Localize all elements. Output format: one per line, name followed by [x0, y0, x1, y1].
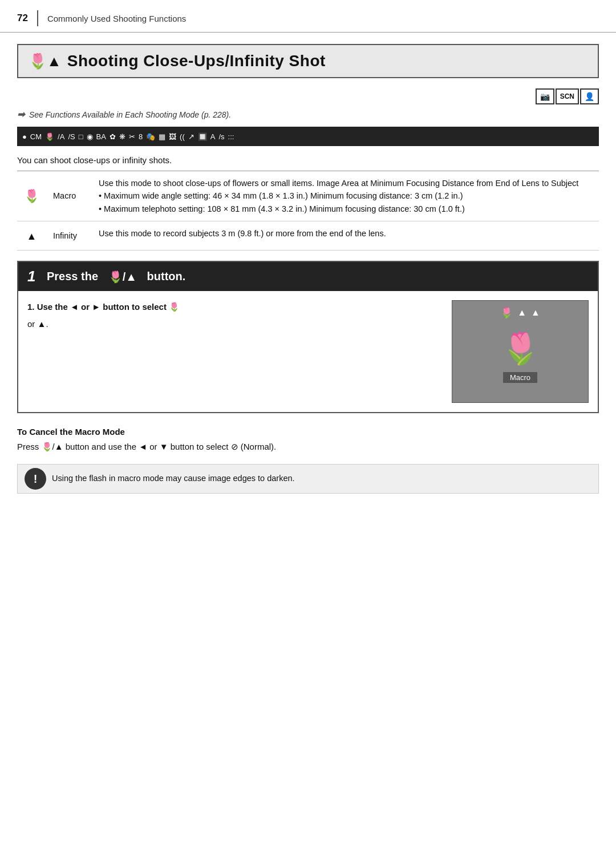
screenshot-large-macro-icon: 🌷	[501, 330, 540, 366]
strip-icon-2: CM	[30, 132, 42, 141]
cancel-arrow-left: ◄	[139, 442, 149, 451]
mode-icon-portrait: 👤	[580, 88, 599, 104]
step-title-prefix: Press the	[47, 270, 98, 283]
header: 72 Commonly Used Shooting Functions	[0, 0, 616, 33]
step-1-title: Press the 🌷/▲ button.	[47, 270, 185, 284]
macro-label-cell: Macro	[46, 171, 92, 221]
strip-icon-3: 🌷	[45, 132, 54, 141]
strip-icon-14: ▦	[159, 132, 165, 141]
table-row-macro: 🌷 Macro Use this mode to shoot close-ups…	[17, 171, 599, 221]
cancel-title: To Cancel the Macro Mode	[17, 427, 599, 437]
step-title-button-sym: 🌷/▲	[108, 270, 137, 284]
or-line: or ▲.	[27, 317, 440, 331]
arrow-note: ➡ See Functions Available in Each Shooti…	[17, 109, 599, 120]
arrow-left-icon: ◄	[70, 302, 81, 312]
arrow-note-icon: ➡	[17, 109, 25, 120]
button-to-select-text: button to select	[103, 302, 167, 312]
mode-icons-row: 📷 SCN 👤	[17, 88, 599, 104]
cancel-middle: button and use the	[66, 442, 136, 451]
infinity-select-icon: ▲	[38, 319, 46, 329]
screenshot-macro-label: Macro	[503, 372, 537, 383]
strip-icon-18: 🔲	[198, 132, 207, 141]
or-text-1: or	[81, 302, 90, 312]
section-title: Shooting Close-Ups/Infinity Shot	[67, 52, 326, 70]
screenshot-icon-macro: 🌷	[500, 306, 513, 319]
warning-icon: !	[25, 468, 46, 490]
cancel-button-sym: 🌷/▲	[42, 442, 66, 451]
arrow-note-text: See Functions Available in Each Shooting…	[29, 110, 231, 119]
mode-table: 🌷 Macro Use this mode to shoot close-ups…	[17, 171, 599, 251]
cancel-section: To Cancel the Macro Mode Press 🌷/▲ butto…	[17, 423, 599, 454]
cancel-normal-sym: ⊘	[231, 442, 241, 451]
infinity-desc-cell: Use this mode to record subjects 3 m (9.…	[92, 221, 599, 251]
step-number: 1	[27, 268, 41, 285]
step-title-suffix: button.	[147, 270, 186, 283]
warning-exclamation: !	[34, 470, 38, 487]
strip-icon-7: ◉	[87, 132, 93, 141]
page-wrapper: 72 Commonly Used Shooting Functions 🌷▲ S…	[0, 0, 616, 868]
table-row-infinity: ▲ Infinity Use this mode to record subje…	[17, 221, 599, 251]
title-icons: 🌷▲	[29, 53, 62, 70]
mode-icon-camera: 📷	[536, 88, 554, 104]
step-1-header: 1 Press the 🌷/▲ button.	[18, 262, 598, 291]
warning-box: ! Using the flash in macro mode may caus…	[17, 464, 599, 494]
strip-icon-8: BA	[96, 132, 106, 141]
strip-icon-21: :::	[228, 132, 234, 141]
content: 🌷▲ Shooting Close-Ups/Infinity Shot 📷 SC…	[0, 33, 616, 511]
strip-icon-5: /S	[68, 132, 75, 141]
arrow-right-icon: ►	[92, 302, 103, 312]
section-description: You can shoot close-ups or infinity shot…	[17, 155, 599, 171]
or-text-2: or	[27, 319, 35, 329]
strip-icon-10: ❋	[119, 132, 125, 141]
cancel-press: Press	[17, 442, 39, 451]
cancel-arrow-down: ▼	[160, 442, 171, 451]
macro-select-icon: 🌷	[169, 302, 180, 312]
infinity-icon: ▲	[27, 231, 37, 242]
step-instructions: 1. Use the ◄ or ► button to select 🌷 or …	[27, 300, 440, 331]
strip-icon-17: ↗	[188, 132, 194, 141]
icon-strip: ● CM 🌷 /A /S □ ◉ BA ✿ ❋ ✂ 8 🎭 ▦ 🖼 (( ↗ 🔲…	[17, 127, 599, 146]
strip-icon-12: 8	[139, 132, 143, 141]
macro-label: Macro	[53, 191, 76, 200]
section-title-bar: 🌷▲ Shooting Close-Ups/Infinity Shot	[17, 44, 599, 78]
strip-icon-15: 🖼	[169, 132, 176, 141]
cancel-or: or	[149, 442, 157, 451]
strip-icon-1: ●	[22, 132, 27, 141]
strip-icon-9: ✿	[110, 132, 116, 141]
infinity-icon-cell: ▲	[17, 221, 46, 251]
header-title: Commonly Used Shooting Functions	[47, 14, 186, 23]
sub-step-prefix: 1. Use the	[27, 302, 68, 312]
header-divider	[37, 10, 38, 26]
strip-icon-20: /s	[218, 132, 224, 141]
page-number: 72	[17, 13, 28, 24]
screenshot-top-icons: 🌷 ▲ ▲	[500, 306, 540, 319]
macro-desc-cell: Use this mode to shoot close-ups of flow…	[92, 171, 599, 221]
strip-icon-4: /A	[58, 132, 64, 141]
strip-icon-6: □	[79, 132, 83, 141]
infinity-label: Infinity	[53, 231, 77, 240]
strip-icon-13: 🎭	[146, 132, 155, 141]
macro-icon-cell: 🌷	[17, 171, 46, 221]
step-1-body: 1. Use the ◄ or ► button to select 🌷 or …	[18, 291, 598, 412]
cancel-normal-label: (Normal).	[241, 442, 277, 451]
cancel-text: Press 🌷/▲ button and use the ◄ or ▼ butt…	[17, 440, 599, 454]
screenshot-box: 🌷 ▲ ▲ 🌷 Macro	[452, 300, 589, 403]
infinity-label-cell: Infinity	[46, 221, 92, 251]
cancel-text-end: button to select	[171, 442, 229, 451]
warning-text: Using the flash in macro mode may cause …	[52, 474, 295, 483]
strip-icon-11: ✂	[129, 132, 135, 141]
strip-icon-19: A	[210, 132, 216, 141]
screenshot-icon-mountain2: ▲	[531, 308, 540, 318]
sub-step-text: 1. Use the ◄ or ► button to select 🌷	[27, 300, 440, 314]
mode-icon-scn: SCN	[556, 88, 579, 104]
strip-icon-16: ((	[180, 132, 185, 141]
screenshot-icon-mountain1: ▲	[517, 308, 526, 318]
macro-icon: 🌷	[24, 189, 39, 203]
step-1-section: 1 Press the 🌷/▲ button. 1. Use the ◄ or …	[17, 261, 599, 413]
